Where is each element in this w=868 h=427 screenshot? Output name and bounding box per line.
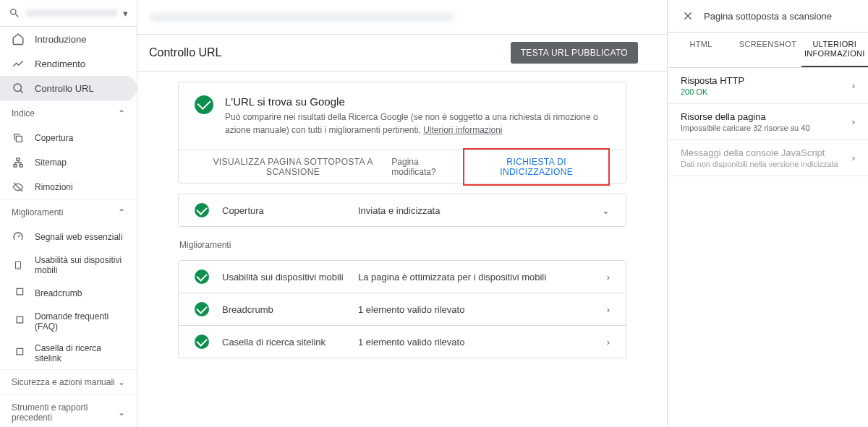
nav-casella-ricerca[interactable]: Casella di ricerca sitelink — [0, 337, 137, 369]
chevron-right-icon: › — [607, 304, 610, 315]
nav-introduzione[interactable]: Introduzione — [0, 27, 137, 51]
inspect-icon — [12, 82, 25, 95]
tab-more-info[interactable]: ULTERIORI INFORMAZIONI — [801, 33, 868, 67]
section-strumenti[interactable]: Strumenti e rapporti precedenti ⌄ — [0, 394, 137, 427]
page-title: Controllo URL — [149, 46, 221, 59]
svg-rect-1 — [16, 136, 22, 142]
sidebar: ▾ Introduzione Rendimento Controllo URL … — [0, 0, 137, 427]
svg-rect-3 — [14, 165, 17, 167]
visibility-off-icon — [12, 181, 25, 194]
svg-point-6 — [18, 267, 19, 268]
check-circle-icon — [195, 269, 209, 284]
svg-point-0 — [14, 84, 22, 92]
request-indexing-button[interactable]: RICHIESTA DI INDICIZZAZIONE — [463, 148, 610, 186]
tag-icon — [12, 347, 25, 360]
status-description: Può comparire nei risultati della Ricerc… — [225, 111, 601, 137]
chevron-right-icon: › — [852, 80, 855, 91]
nav-label: Rendimento — [35, 59, 85, 69]
row-value: Inviata e indicizzata — [358, 205, 589, 216]
chevron-right-icon: › — [607, 272, 610, 282]
nav-copertura[interactable]: Copertura — [0, 126, 137, 150]
page-resources-row[interactable]: Risorse della pagina Impossibile caricar… — [668, 104, 868, 140]
nav-breadcrumb[interactable]: Breadcrumb — [0, 281, 137, 306]
tab-screenshot[interactable]: SCREENSHOT — [734, 33, 801, 67]
section-sicurezza[interactable]: Sicurezza e azioni manuali ⌄ — [0, 369, 137, 394]
check-circle-icon — [195, 203, 209, 217]
test-live-url-button[interactable]: TESTA URL PUBBLICATO — [511, 42, 638, 64]
svg-rect-4 — [20, 165, 22, 167]
details-panel: Pagina sottoposta a scansione HTML SCREE… — [667, 0, 868, 427]
nav-controllo-url[interactable]: Controllo URL — [0, 76, 137, 100]
http-response-row[interactable]: Risposta HTTP 200 OK › — [668, 68, 868, 104]
chevron-right-icon: › — [607, 337, 610, 348]
nav-rendimento[interactable]: Rendimento — [0, 51, 137, 76]
nav-label: Introduzione — [35, 34, 87, 45]
tag-icon — [12, 287, 25, 300]
chart-line-icon — [12, 57, 25, 70]
nav-segnali-web[interactable]: Segnali web essenziali — [0, 225, 137, 249]
coverage-row[interactable]: Copertura Inviata e indicizzata ⌄ — [179, 194, 626, 226]
section-miglioramenti[interactable]: Miglioramenti ⌃ — [0, 199, 137, 225]
nav-sitemap[interactable]: Sitemap — [0, 150, 137, 175]
check-circle-icon — [195, 335, 209, 349]
chevron-up-icon: ⌃ — [118, 207, 125, 217]
check-circle-icon — [195, 95, 213, 114]
improvements-heading: Miglioramenti — [179, 240, 626, 250]
dropdown-icon: ▾ — [123, 8, 128, 19]
inspected-url-blurred — [150, 13, 454, 22]
mobile-icon — [12, 259, 25, 272]
close-icon[interactable] — [681, 9, 695, 23]
improvement-row-sitelink[interactable]: Casella di ricerca sitelink 1 elemento v… — [179, 325, 626, 358]
tab-html[interactable]: HTML — [668, 33, 734, 67]
home-icon — [12, 33, 25, 46]
nav-faq[interactable]: Domande frequenti (FAQ) — [0, 306, 137, 337]
nav-rimozioni[interactable]: Rimozioni — [0, 175, 137, 199]
url-status-card: L'URL si trova su Google Può comparire n… — [178, 82, 626, 184]
nav-label: Controllo URL — [35, 83, 94, 94]
svg-rect-2 — [17, 158, 20, 160]
chevron-right-icon: › — [852, 152, 855, 163]
main-content: Controllo URL TESTA URL PUBBLICATO L'URL… — [137, 0, 667, 427]
section-indice[interactable]: Indice ⌃ — [0, 100, 137, 126]
coverage-card: Copertura Inviata e indicizzata ⌄ — [178, 194, 626, 227]
speed-icon — [12, 230, 25, 243]
chevron-down-icon: ⌄ — [118, 377, 125, 387]
page-modified-label: Pagina modificata? — [391, 157, 459, 177]
check-circle-icon — [195, 302, 209, 316]
js-console-row: Messaggi della console JavaScript Dati n… — [668, 140, 868, 176]
improvement-row-breadcrumb[interactable]: Breadcrumb 1 elemento valido rilevato › — [179, 293, 626, 325]
status-title: L'URL si trova su Google — [225, 95, 601, 108]
panel-tabs: HTML SCREENSHOT ULTERIORI INFORMAZIONI — [668, 33, 868, 68]
page-header: Controllo URL TESTA URL PUBBLICATO — [137, 35, 667, 72]
more-info-link[interactable]: Ulteriori informazioni — [423, 125, 502, 135]
sitemap-icon — [12, 156, 25, 169]
nav-usabilita-mobile[interactable]: Usabilità sui dispositivi mobili — [0, 249, 137, 281]
property-selector[interactable]: ▾ — [0, 0, 137, 27]
chevron-right-icon: › — [852, 116, 855, 127]
improvement-row-mobile[interactable]: Usabilità sui dispositivi mobili La pagi… — [179, 261, 626, 293]
chevron-up-icon: ⌃ — [118, 108, 125, 118]
search-icon — [9, 7, 20, 19]
tag-icon — [12, 315, 25, 328]
improvements-card: Usabilità sui dispositivi mobili La pagi… — [178, 260, 626, 358]
view-scanned-page-button[interactable]: VISUALIZZA PAGINA SOTTOPOSTA A SCANSIONE — [195, 157, 391, 177]
chevron-down-icon: ⌄ — [602, 205, 610, 216]
panel-title: Pagina sottoposta a scansione — [704, 11, 832, 22]
row-label: Copertura — [222, 205, 345, 216]
url-search-bar[interactable] — [137, 0, 667, 35]
copy-icon — [12, 131, 25, 145]
property-url-blurred — [26, 9, 117, 17]
chevron-down-icon: ⌄ — [118, 407, 125, 418]
